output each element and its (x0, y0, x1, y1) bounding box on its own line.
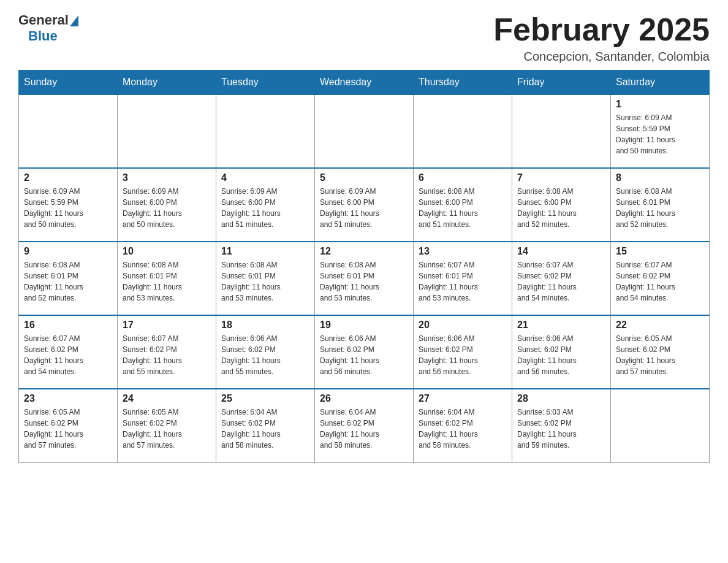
calendar-cell: 26Sunrise: 6:04 AM Sunset: 6:02 PM Dayli… (315, 389, 414, 462)
day-info: Sunrise: 6:08 AM Sunset: 6:01 PM Dayligh… (24, 259, 112, 304)
calendar-cell: 5Sunrise: 6:09 AM Sunset: 6:00 PM Daylig… (315, 168, 414, 242)
week-row-4: 16Sunrise: 6:07 AM Sunset: 6:02 PM Dayli… (19, 315, 710, 389)
week-row-2: 2Sunrise: 6:09 AM Sunset: 5:59 PM Daylig… (19, 168, 710, 242)
day-number: 17 (123, 320, 211, 331)
day-info: Sunrise: 6:08 AM Sunset: 6:01 PM Dayligh… (123, 259, 211, 304)
day-info: Sunrise: 6:03 AM Sunset: 6:02 PM Dayligh… (517, 407, 605, 451)
day-number: 26 (320, 393, 408, 404)
day-number: 21 (517, 320, 605, 331)
calendar-cell: 21Sunrise: 6:06 AM Sunset: 6:02 PM Dayli… (512, 315, 611, 389)
calendar-cell (216, 94, 315, 168)
day-number: 27 (419, 393, 507, 404)
day-number: 1 (616, 99, 704, 110)
day-number: 25 (221, 393, 309, 404)
title-section: February 2025 Concepcion, Santander, Col… (493, 12, 710, 64)
calendar-cell: 1Sunrise: 6:09 AM Sunset: 5:59 PM Daylig… (611, 94, 710, 168)
day-number: 3 (123, 172, 211, 183)
day-info: Sunrise: 6:09 AM Sunset: 5:59 PM Dayligh… (616, 112, 704, 156)
day-info: Sunrise: 6:06 AM Sunset: 6:02 PM Dayligh… (221, 333, 309, 377)
day-number: 23 (24, 393, 112, 404)
day-info: Sunrise: 6:07 AM Sunset: 6:02 PM Dayligh… (616, 259, 704, 304)
day-number: 16 (24, 320, 112, 331)
day-number: 5 (320, 172, 408, 183)
calendar-cell: 19Sunrise: 6:06 AM Sunset: 6:02 PM Dayli… (315, 315, 414, 389)
weekday-header-wednesday: Wednesday (315, 71, 414, 95)
calendar-cell: 11Sunrise: 6:08 AM Sunset: 6:01 PM Dayli… (216, 242, 315, 315)
day-number: 6 (419, 172, 507, 183)
day-number: 28 (517, 393, 605, 404)
calendar-cell: 24Sunrise: 6:05 AM Sunset: 6:02 PM Dayli… (118, 389, 216, 462)
day-number: 18 (221, 320, 309, 331)
calendar-cell (512, 94, 611, 168)
calendar-cell: 16Sunrise: 6:07 AM Sunset: 6:02 PM Dayli… (19, 315, 118, 389)
day-info: Sunrise: 6:05 AM Sunset: 6:02 PM Dayligh… (24, 407, 112, 451)
weekday-header-tuesday: Tuesday (216, 71, 315, 95)
day-info: Sunrise: 6:07 AM Sunset: 6:02 PM Dayligh… (517, 259, 605, 304)
day-info: Sunrise: 6:07 AM Sunset: 6:02 PM Dayligh… (24, 333, 112, 377)
week-row-3: 9Sunrise: 6:08 AM Sunset: 6:01 PM Daylig… (19, 242, 710, 315)
day-info: Sunrise: 6:05 AM Sunset: 6:02 PM Dayligh… (123, 407, 211, 451)
day-number: 13 (419, 246, 507, 257)
day-number: 24 (123, 393, 211, 404)
calendar-cell (315, 94, 414, 168)
weekday-row: SundayMondayTuesdayWednesdayThursdayFrid… (19, 71, 710, 95)
day-info: Sunrise: 6:09 AM Sunset: 5:59 PM Dayligh… (24, 186, 112, 230)
calendar-cell: 28Sunrise: 6:03 AM Sunset: 6:02 PM Dayli… (512, 389, 611, 462)
weekday-header-monday: Monday (118, 71, 216, 95)
calendar-cell: 14Sunrise: 6:07 AM Sunset: 6:02 PM Dayli… (512, 242, 611, 315)
calendar-cell (19, 94, 118, 168)
day-info: Sunrise: 6:08 AM Sunset: 6:01 PM Dayligh… (320, 259, 408, 304)
calendar-cell: 9Sunrise: 6:08 AM Sunset: 6:01 PM Daylig… (19, 242, 118, 315)
day-info: Sunrise: 6:08 AM Sunset: 6:01 PM Dayligh… (221, 259, 309, 304)
calendar-cell: 4Sunrise: 6:09 AM Sunset: 6:00 PM Daylig… (216, 168, 315, 242)
day-number: 14 (517, 246, 605, 257)
calendar-cell: 25Sunrise: 6:04 AM Sunset: 6:02 PM Dayli… (216, 389, 315, 462)
day-info: Sunrise: 6:08 AM Sunset: 6:00 PM Dayligh… (419, 186, 507, 230)
weekday-header-thursday: Thursday (414, 71, 512, 95)
calendar-cell: 2Sunrise: 6:09 AM Sunset: 5:59 PM Daylig… (19, 168, 118, 242)
day-number: 10 (123, 246, 211, 257)
day-info: Sunrise: 6:06 AM Sunset: 6:02 PM Dayligh… (320, 333, 408, 377)
logo-triangle-icon (70, 15, 78, 26)
day-number: 15 (616, 246, 704, 257)
calendar-cell: 13Sunrise: 6:07 AM Sunset: 6:01 PM Dayli… (414, 242, 512, 315)
calendar-cell: 27Sunrise: 6:04 AM Sunset: 6:02 PM Dayli… (414, 389, 512, 462)
day-info: Sunrise: 6:04 AM Sunset: 6:02 PM Dayligh… (419, 407, 507, 451)
day-number: 4 (221, 172, 309, 183)
day-info: Sunrise: 6:09 AM Sunset: 6:00 PM Dayligh… (221, 186, 309, 230)
day-number: 12 (320, 246, 408, 257)
calendar-cell: 20Sunrise: 6:06 AM Sunset: 6:02 PM Dayli… (414, 315, 512, 389)
calendar-cell: 12Sunrise: 6:08 AM Sunset: 6:01 PM Dayli… (315, 242, 414, 315)
calendar-cell: 22Sunrise: 6:05 AM Sunset: 6:02 PM Dayli… (611, 315, 710, 389)
day-info: Sunrise: 6:07 AM Sunset: 6:01 PM Dayligh… (419, 259, 507, 304)
day-info: Sunrise: 6:07 AM Sunset: 6:02 PM Dayligh… (123, 333, 211, 377)
day-info: Sunrise: 6:08 AM Sunset: 6:00 PM Dayligh… (517, 186, 605, 230)
calendar-cell: 18Sunrise: 6:06 AM Sunset: 6:02 PM Dayli… (216, 315, 315, 389)
calendar-cell (118, 94, 216, 168)
day-number: 22 (616, 320, 704, 331)
logo: General Blue (18, 12, 78, 44)
day-info: Sunrise: 6:09 AM Sunset: 6:00 PM Dayligh… (320, 186, 408, 230)
calendar-cell: 15Sunrise: 6:07 AM Sunset: 6:02 PM Dayli… (611, 242, 710, 315)
calendar-cell (414, 94, 512, 168)
weekday-header-friday: Friday (512, 71, 611, 95)
weekday-header-sunday: Sunday (19, 71, 118, 95)
day-number: 19 (320, 320, 408, 331)
day-info: Sunrise: 6:05 AM Sunset: 6:02 PM Dayligh… (616, 333, 704, 377)
day-info: Sunrise: 6:04 AM Sunset: 6:02 PM Dayligh… (221, 407, 309, 451)
day-info: Sunrise: 6:08 AM Sunset: 6:01 PM Dayligh… (616, 186, 704, 230)
day-number: 8 (616, 172, 704, 183)
day-number: 11 (221, 246, 309, 257)
day-number: 20 (419, 320, 507, 331)
calendar-body: 1Sunrise: 6:09 AM Sunset: 5:59 PM Daylig… (19, 94, 710, 462)
day-info: Sunrise: 6:04 AM Sunset: 6:02 PM Dayligh… (320, 407, 408, 451)
calendar-cell: 7Sunrise: 6:08 AM Sunset: 6:00 PM Daylig… (512, 168, 611, 242)
page-header: General Blue February 2025 Concepcion, S… (18, 12, 710, 64)
day-number: 9 (24, 246, 112, 257)
calendar-cell: 23Sunrise: 6:05 AM Sunset: 6:02 PM Dayli… (19, 389, 118, 462)
day-info: Sunrise: 6:09 AM Sunset: 6:00 PM Dayligh… (123, 186, 211, 230)
day-number: 7 (517, 172, 605, 183)
calendar-cell: 10Sunrise: 6:08 AM Sunset: 6:01 PM Dayli… (118, 242, 216, 315)
week-row-1: 1Sunrise: 6:09 AM Sunset: 5:59 PM Daylig… (19, 94, 710, 168)
day-info: Sunrise: 6:06 AM Sunset: 6:02 PM Dayligh… (517, 333, 605, 377)
